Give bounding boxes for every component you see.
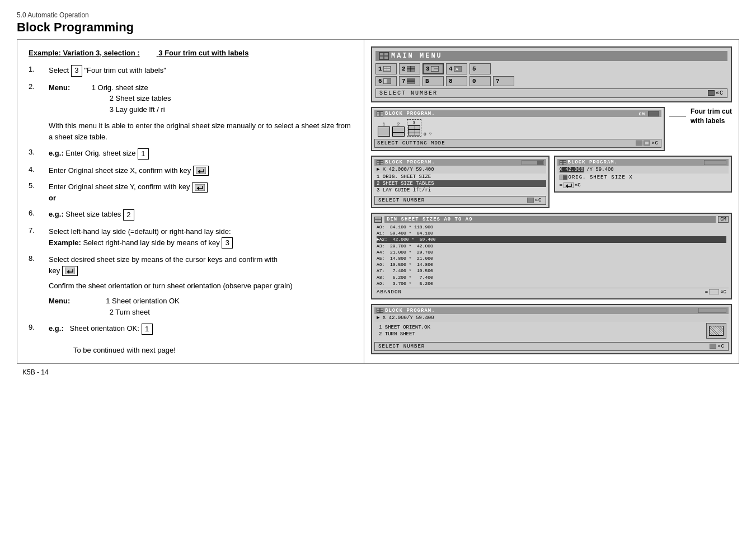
select-number-sheet: SELECT NUMBER [378,198,425,203]
svg-rect-48 [564,163,566,165]
svg-rect-18 [434,67,438,68]
step5-text: Enter Original sheet size Y, confirm wit… [49,182,192,191]
svg-rect-45 [560,161,562,162]
example-title-right: 3 Four trim cut with labels [158,49,248,57]
bp-orig-x: BLOCK PROGRAM. X 42.000 /Y 59.400 ORIG. … [554,156,732,208]
enter-key-8 [62,266,78,276]
eg-text-6: Sheet size tables [65,210,123,218]
svg-rect-4 [380,53,383,55]
orient-hatch [709,326,724,336]
main-menu-title: MAIN MENU [391,52,443,60]
orient-bp-title: BLOCK PROGRAM. [385,308,435,313]
menu-item-3: 3 Lay guide lft / ri [110,105,165,114]
select-cutting-text: SELECT CUTTING MODE [377,140,445,146]
menu-btn-7: 7 [399,76,420,86]
step-num-1: 1. [29,65,49,73]
step-num-5: 5. [29,181,49,190]
sheet-menu-item-3: 3 LAY GUIDE lft/ri [374,187,546,194]
svg-rect-23 [384,79,387,83]
select-number-text-1: SELECT NUMBER [379,90,438,96]
svg-rect-31 [381,114,383,116]
orient-coord: ► X 42.000/Y 59.400 [374,314,729,322]
sheet-menu-item-1: 1 ORIG. SHEET SIZE [374,174,546,180]
din-row-a5: A5: 14.800 * 21.000 [377,255,726,261]
main-menu-screen: MAIN MENU 1 2 3 [371,46,732,102]
step-num-4: 4. [29,165,49,174]
menu-btn-3: 3 [422,63,444,74]
bp-title-orig: BLOCK PROGRAM. [568,160,618,165]
or-text: or [49,194,56,202]
bp-title-1: BLOCK PROGRAM. [385,111,435,116]
cutting-c-text: «C [651,140,659,146]
menu-btn-8: 8 [446,76,467,86]
coord-rest: /Y 59.400 [586,167,614,172]
din-header-row: DIN SHEET SIZES A0 TO A9 CM [374,216,729,223]
cut-option-2: 2 [392,121,405,137]
svg-rect-33 [636,140,642,146]
select-label: Select [49,66,71,74]
sheet-bar-icons: «C [527,198,542,203]
info-text: With this menu it is able to enter the o… [49,120,353,142]
din-row-a6: A6: 10.500 * 14.800 [377,261,726,268]
orient-select-bar: SELECT NUMBER «C [374,342,729,351]
svg-rect-39 [381,161,383,162]
step8-text: Select desired sheet size by means of th… [49,255,278,264]
eg-box-9: 1 [142,324,153,335]
svg-rect-29 [377,114,379,116]
din-row-a8: A8: 5.200 * 7.400 [377,274,726,280]
menu-row-1: 1 2 3 4 A [375,63,727,74]
cutting-bar-icons: «C [636,140,659,146]
step-num-8: 8. [29,254,49,263]
orient-coord-text: X 42.000/Y 59.400 [383,315,434,321]
orient-item-1: 1 SHEET ORIENT.OK [377,324,703,331]
step7-text: Select left-hand lay side (=default) or … [49,227,231,236]
svg-rect-24 [407,78,415,84]
orient-menu-area: 1 SHEET ORIENT.OK 2 TURN SHEET [374,322,729,340]
svg-rect-12 [387,69,390,71]
svg-rect-64 [381,311,383,312]
svg-rect-53 [564,182,574,188]
bar-icon-1 [708,90,715,96]
cut-num-1: 1 [383,121,386,127]
annotation-line [669,116,686,116]
cut-num-3: 3 [413,120,416,125]
menu-label-m2: Menu: [49,296,79,307]
svg-rect-1 [195,184,205,191]
step-5: 5. Enter Original sheet size Y, confirm … [29,181,353,203]
enter-key-4 [193,166,209,176]
din-row-a1: A1: 59.400 * 84.100 [377,230,726,236]
svg-rect-61 [377,308,379,310]
svg-rect-66 [710,344,716,349]
svg-rect-11 [387,67,390,68]
bar-c-text: «C [716,90,724,96]
page-header: 5.0 Automatic Operation Block Programmin… [17,11,739,35]
orient-c-text: «C [717,344,725,349]
select-number-bar-1: SELECT NUMBER «C [375,88,727,98]
step-content-2: Menu: 1 Orig. sheet size 2 Sheet size ta… [49,82,353,115]
bp-header-orig: BLOCK PROGRAM. [557,159,729,166]
bar-right-1: «C [708,90,724,96]
select-box-3: 3 [71,65,82,76]
svg-rect-59 [709,289,719,294]
din-table: A0: 84.100 * 118.900 A1: 59.400 * 84.100… [374,223,729,288]
abandon-bar: ABANDON = «C [374,288,729,296]
svg-text:A: A [456,67,458,72]
svg-rect-0 [196,167,206,174]
svg-rect-6 [384,53,388,55]
coord-highlighted: X 42.000 [560,167,584,172]
orient-bp-header: BLOCK PROGRAM. [374,307,729,314]
svg-rect-46 [560,163,562,165]
sheet-size-row: BLOCK PROGRAM. ► X 42.000/Y 59.400 1 ORI… [371,156,732,208]
din-row-a3: A3: 29.700 * 42.000 [377,243,726,249]
step-content-6: e.g.: Sheet size tables 2 [49,209,353,221]
step-3: 3. e.g.: Enter Orig. sheet size 1 [29,148,353,160]
eg-label-9: e.g.: [49,324,64,332]
coord-text-1: X 42.000/Y 59.400 [383,167,434,172]
eg-box-3: 1 [138,148,149,160]
orient-diagram [706,323,726,339]
eg-box-7: 3 [222,237,233,249]
svg-rect-19 [434,69,438,71]
select-desc: "Four trim cut with labels" [84,66,166,74]
orient-item-2: 2 TURN SHEET [377,331,703,338]
svg-rect-2 [65,268,75,274]
